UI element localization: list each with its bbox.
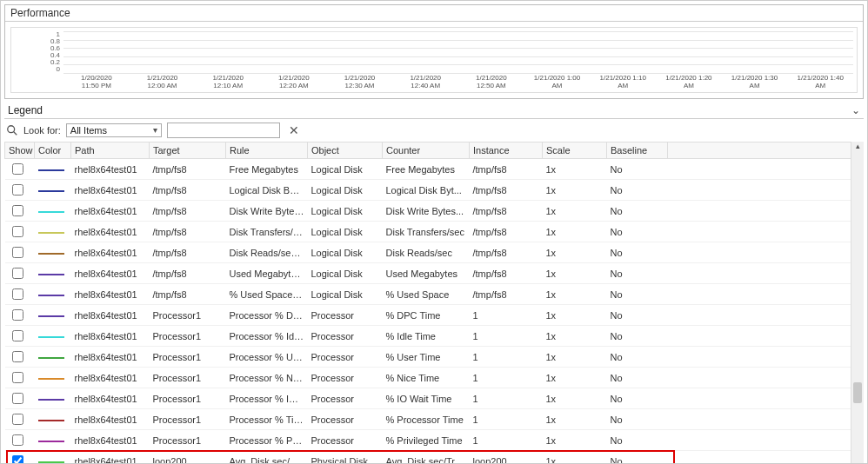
cell-target: Processor1	[150, 305, 226, 326]
table-row[interactable]: rhel8x64test01loop200Avg. Disk sec/Tr...…	[5, 451, 864, 465]
cell-scale: 1x	[543, 451, 607, 465]
cell-target: Processor1	[150, 368, 226, 388]
cell-scale: 1x	[543, 347, 607, 368]
cell-baseline: No	[607, 263, 668, 284]
show-checkbox[interactable]	[12, 393, 23, 404]
performance-chart[interactable]: 10.80.60.40.20 1/20/2020 11:50 PM1/21/20…	[10, 27, 858, 93]
show-checkbox[interactable]	[12, 351, 23, 362]
col-object[interactable]: Object	[308, 143, 383, 159]
cell-rule: % Used Space (...	[226, 284, 308, 305]
cell-baseline: No	[607, 326, 668, 347]
show-checkbox[interactable]	[12, 414, 23, 425]
cell-baseline: No	[607, 388, 668, 409]
table-row[interactable]: rhel8x64test01/tmp/fs8Disk Reads/sec (..…	[5, 242, 864, 263]
cell-object: Logical Disk	[308, 180, 383, 201]
cell-instance: /tmp/fs8	[470, 242, 543, 263]
color-swatch	[38, 357, 64, 359]
show-checkbox[interactable]	[12, 268, 23, 279]
color-swatch	[38, 315, 64, 317]
table-row[interactable]: rhel8x64test01Processor1Processor % Tim.…	[5, 409, 864, 430]
show-checkbox[interactable]	[12, 163, 23, 175]
cell-target: Processor1	[150, 388, 226, 409]
col-color[interactable]: Color	[35, 143, 71, 159]
table-row[interactable]: rhel8x64test01/tmp/fs8Free MegabytesLogi…	[5, 159, 864, 180]
cell-instance: /tmp/fs8	[470, 159, 543, 180]
cell-object: Physical Disk	[308, 451, 383, 465]
cell-baseline: No	[607, 368, 668, 388]
cell-target: Processor1	[150, 409, 226, 430]
table-row[interactable]: rhel8x64test01Processor1Processor % DP..…	[5, 305, 864, 326]
cell-rule: Processor % Priv...	[226, 430, 308, 451]
chart-gridlines	[63, 31, 853, 73]
cell-baseline: No	[607, 451, 668, 465]
show-checkbox[interactable]	[12, 330, 23, 341]
cell-counter: % Idle Time	[383, 326, 470, 347]
chart-y-axis: 10.80.60.40.20	[11, 31, 63, 73]
cell-path: rhel8x64test01	[71, 263, 150, 284]
color-swatch	[38, 274, 64, 275]
show-checkbox[interactable]	[12, 309, 23, 321]
col-path[interactable]: Path	[71, 143, 150, 159]
col-show[interactable]: Show	[5, 143, 35, 159]
cell-instance: 1	[470, 326, 543, 347]
col-counter[interactable]: Counter	[383, 143, 470, 159]
cell-baseline: No	[607, 284, 668, 305]
col-target[interactable]: Target	[150, 143, 226, 159]
cell-object: Logical Disk	[308, 222, 383, 242]
scroll-track[interactable]	[851, 155, 864, 464]
cell-instance: 1	[470, 305, 543, 326]
cell-path: rhel8x64test01	[71, 388, 150, 409]
color-swatch	[38, 211, 64, 213]
clear-filter-icon[interactable]: ✕	[285, 124, 303, 136]
show-checkbox[interactable]	[12, 434, 23, 446]
col-baseline[interactable]: Baseline	[607, 143, 668, 159]
show-checkbox[interactable]	[12, 247, 23, 258]
table-row[interactable]: rhel8x64test01Processor1Processor % IO T…	[5, 388, 864, 409]
table-row[interactable]: rhel8x64test01Processor1Processor % Nic.…	[5, 368, 864, 388]
legend-panel: Legend ⌄ Look for: All Items ✕ Show Colo…	[4, 103, 864, 464]
cell-target: Processor1	[150, 326, 226, 347]
col-rule[interactable]: Rule	[226, 143, 308, 159]
look-for-dropdown[interactable]: All Items	[66, 123, 162, 137]
vertical-scrollbar[interactable]: ▴ ▾	[851, 142, 864, 464]
cell-rule: Processor % Idle...	[226, 326, 308, 347]
cell-rule: Processor % Nic...	[226, 368, 308, 388]
cell-object: Processor	[308, 368, 383, 388]
show-checkbox[interactable]	[12, 455, 23, 464]
table-row[interactable]: rhel8x64test01/tmp/fs8Used Megabytes...L…	[5, 263, 864, 284]
cell-path: rhel8x64test01	[71, 201, 150, 222]
cell-object: Processor	[308, 430, 383, 451]
cell-counter: Free Megabytes	[383, 159, 470, 180]
table-row[interactable]: rhel8x64test01/tmp/fs8Disk Write Bytes..…	[5, 201, 864, 222]
show-checkbox[interactable]	[12, 288, 23, 300]
performance-panel: Performance 10.80.60.40.20 1/20/2020 11:…	[4, 4, 864, 99]
cell-target: /tmp/fs8	[150, 242, 226, 263]
color-swatch	[38, 295, 64, 296]
scroll-thumb[interactable]	[853, 382, 862, 403]
chevron-down-icon[interactable]: ⌄	[851, 104, 860, 116]
table-row[interactable]: rhel8x64test01Processor1Processor % Priv…	[5, 430, 864, 451]
table-row[interactable]: rhel8x64test01Processor1Processor % Use.…	[5, 347, 864, 368]
show-checkbox[interactable]	[12, 184, 23, 196]
col-spacer	[668, 143, 864, 159]
table-row[interactable]: rhel8x64test01Processor1Processor % Idle…	[5, 326, 864, 347]
col-scale[interactable]: Scale	[543, 143, 607, 159]
table-row[interactable]: rhel8x64test01/tmp/fs8% Used Space (...L…	[5, 284, 864, 305]
color-swatch	[38, 420, 64, 421]
cell-rule: Processor % Tim...	[226, 409, 308, 430]
scroll-up-icon[interactable]: ▴	[851, 142, 864, 155]
show-checkbox[interactable]	[12, 372, 23, 383]
col-instance[interactable]: Instance	[470, 143, 543, 159]
cell-target: /tmp/fs8	[150, 222, 226, 242]
cell-rule: Processor % Use...	[226, 347, 308, 368]
cell-target: /tmp/fs8	[150, 263, 226, 284]
show-checkbox[interactable]	[12, 205, 23, 216]
table-row[interactable]: rhel8x64test01/tmp/fs8Disk Transfers/s..…	[5, 222, 864, 242]
color-swatch	[38, 169, 64, 171]
filter-input[interactable]	[167, 123, 280, 138]
chart-x-axis: 1/20/2020 11:50 PM1/21/2020 12:00 AM1/21…	[63, 75, 853, 90]
legend-table: Show Color Path Target Rule Object Count…	[4, 142, 864, 464]
show-checkbox[interactable]	[12, 226, 23, 237]
cell-instance: 1	[470, 388, 543, 409]
table-row[interactable]: rhel8x64test01/tmp/fs8Logical Disk Byt..…	[5, 180, 864, 201]
